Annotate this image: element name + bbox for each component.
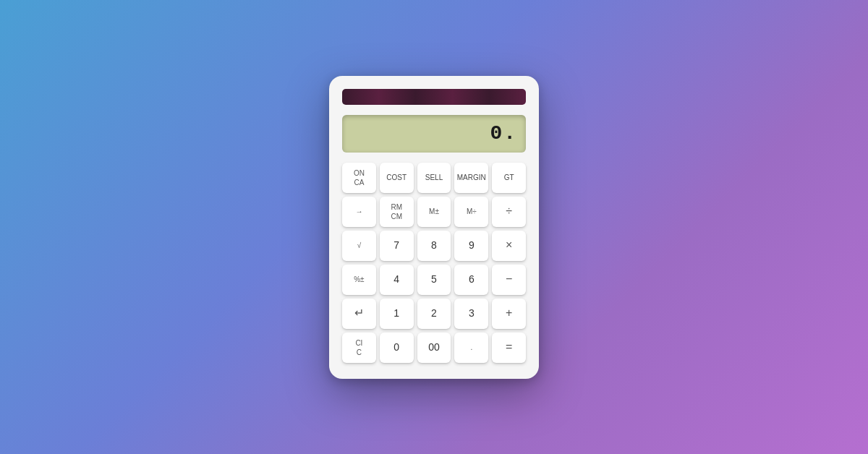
btn-sell[interactable]: SELL xyxy=(417,163,451,193)
btn-label-decimal: . xyxy=(470,343,472,352)
btn-five[interactable]: 5 xyxy=(417,265,451,295)
btn-label-m-eq: M÷ xyxy=(467,207,477,216)
btn-seven[interactable]: 7 xyxy=(380,231,414,261)
btn-three[interactable]: 3 xyxy=(454,299,488,329)
btn-label-arrow: → xyxy=(355,207,362,216)
btn-double-zero[interactable]: 00 xyxy=(417,333,451,363)
btn-one[interactable]: 1 xyxy=(380,299,414,329)
btn-label-margin: MARGIN xyxy=(457,173,486,182)
btn-label-six: 6 xyxy=(469,273,475,286)
btn-label-cost: COST xyxy=(386,173,407,182)
btn-multiply[interactable]: × xyxy=(492,231,526,261)
btn-label-zero: 0 xyxy=(393,340,399,354)
btn-label-eight: 8 xyxy=(431,239,437,252)
btn-currency[interactable]: ↵ xyxy=(342,299,376,329)
btn-label-equals: = xyxy=(506,340,512,355)
btn-plus[interactable]: + xyxy=(492,299,526,329)
btn-label-five: 5 xyxy=(431,273,437,286)
btn-label-plus: + xyxy=(506,306,512,321)
btn-equals[interactable]: = xyxy=(492,333,526,363)
btn-label-sqrt: √ xyxy=(357,241,362,250)
btn-label-ci-c: CI C xyxy=(355,338,362,357)
btn-label-seven: 7 xyxy=(393,239,399,252)
btn-label-two: 2 xyxy=(431,307,437,320)
btn-divide[interactable]: ÷ xyxy=(492,197,526,227)
btn-label-sell: SELL xyxy=(425,173,443,182)
btn-gt[interactable]: GT xyxy=(492,163,526,193)
display-screen: 0. xyxy=(342,115,526,153)
btn-six[interactable]: 6 xyxy=(454,265,488,295)
btn-label-percent-plus-minus: %± xyxy=(354,275,364,284)
solar-panel xyxy=(342,89,526,105)
btn-label-on-ca: ON CA xyxy=(354,168,365,187)
btn-eight[interactable]: 8 xyxy=(417,231,451,261)
btn-label-double-zero: 00 xyxy=(428,340,440,354)
btn-margin[interactable]: MARGIN xyxy=(454,163,488,193)
btn-label-divide: ÷ xyxy=(506,204,512,219)
btn-label-rm-cm: RM CM xyxy=(391,202,402,221)
btn-two[interactable]: 2 xyxy=(417,299,451,329)
btn-sqrt[interactable]: √ xyxy=(342,231,376,261)
btn-label-three: 3 xyxy=(469,307,475,320)
buttons-grid: ON CACOSTSELLMARGINGT→RM CMM±M÷÷√789×%±4… xyxy=(342,163,526,363)
btn-m-plus[interactable]: M± xyxy=(417,197,451,227)
btn-label-four: 4 xyxy=(393,273,399,286)
btn-m-eq[interactable]: M÷ xyxy=(454,197,488,227)
btn-zero[interactable]: 0 xyxy=(380,333,414,363)
btn-label-minus: − xyxy=(506,272,512,287)
btn-decimal[interactable]: . xyxy=(454,333,488,363)
btn-rm-cm[interactable]: RM CM xyxy=(380,197,414,227)
btn-ci-c[interactable]: CI C xyxy=(342,333,376,363)
btn-label-multiply: × xyxy=(506,238,512,253)
btn-nine[interactable]: 9 xyxy=(454,231,488,261)
btn-arrow[interactable]: → xyxy=(342,197,376,227)
btn-label-one: 1 xyxy=(393,307,399,320)
btn-minus[interactable]: − xyxy=(492,265,526,295)
btn-label-currency: ↵ xyxy=(354,306,364,321)
btn-percent-plus-minus[interactable]: %± xyxy=(342,265,376,295)
btn-label-m-plus: M± xyxy=(429,207,439,216)
btn-cost[interactable]: COST xyxy=(380,163,414,193)
display-value: 0. xyxy=(490,122,517,145)
btn-label-gt: GT xyxy=(504,173,514,182)
btn-label-nine: 9 xyxy=(469,239,475,252)
btn-on-ca[interactable]: ON CA xyxy=(342,163,376,193)
calculator: 0. ON CACOSTSELLMARGINGT→RM CMM±M÷÷√789×… xyxy=(329,76,539,379)
btn-four[interactable]: 4 xyxy=(380,265,414,295)
